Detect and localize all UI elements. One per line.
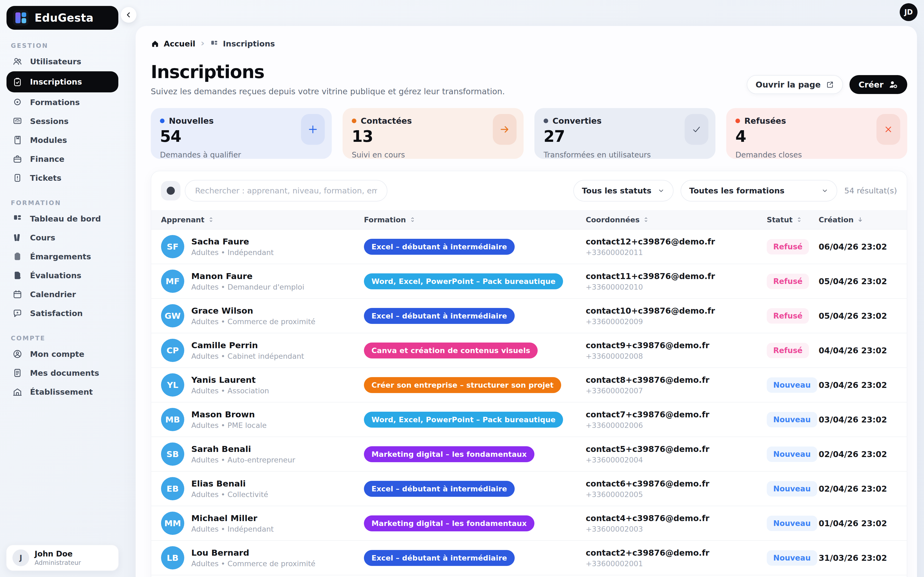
- app-logo-icon: [13, 10, 29, 26]
- status-badge: Nouveau: [767, 446, 817, 462]
- book-icon: [13, 135, 23, 145]
- breadcrumb-home[interactable]: Accueil: [151, 39, 195, 48]
- app-logo[interactable]: EduGesta: [6, 6, 118, 30]
- stat-card-refusees[interactable]: Refusées 4 Demandes closes: [726, 108, 907, 159]
- sidebar-item-label: Satisfaction: [30, 309, 83, 318]
- table-row[interactable]: YL Yanis Laurent Adultes • Association C…: [151, 367, 907, 402]
- column-header-coordonnees[interactable]: Coordonnées: [586, 216, 767, 224]
- learner-name: Mason Brown: [191, 409, 267, 419]
- sidebar-item-finance[interactable]: Finance: [6, 150, 118, 168]
- column-header-statut[interactable]: Statut: [767, 216, 819, 224]
- sidebar-item-label: Tickets: [30, 173, 61, 183]
- column-header-creation[interactable]: Création: [819, 216, 907, 224]
- learner-avatar: CP: [161, 339, 184, 362]
- sort-icon: [208, 216, 214, 223]
- sidebar-item-label: Établissement: [30, 387, 93, 396]
- table-row[interactable]: MM Michael Miller Adultes • Indépendant …: [151, 506, 907, 540]
- contact-phone: +33600002007: [586, 387, 767, 395]
- learner-name: Lou Bernard: [191, 548, 315, 558]
- sidebar-item-sessions[interactable]: Sessions: [6, 112, 118, 130]
- sidebar-item-calendrier[interactable]: Calendrier: [6, 285, 118, 303]
- user-name: John Doe: [35, 550, 81, 558]
- user-circle-icon: [13, 349, 23, 359]
- search-input[interactable]: [185, 180, 387, 201]
- stat-card-nouvelles[interactable]: Nouvelles 54 Demandes à qualifier: [151, 108, 332, 159]
- formation-badge: Excel – débutant à intermédiaire: [364, 239, 515, 255]
- sidebar-item-emargements[interactable]: Émargements: [6, 247, 118, 266]
- stat-label: Refusées: [744, 116, 786, 126]
- stat-action-button[interactable]: [493, 114, 516, 145]
- sidebar-item-inscriptions[interactable]: Inscriptions: [6, 71, 118, 92]
- status-filter-select[interactable]: Tous les statuts: [573, 180, 674, 201]
- sidebar-user-card[interactable]: J John Doe Administrateur: [6, 545, 119, 571]
- creation-date: 03/04/26 23:02: [819, 415, 907, 424]
- stat-action-button[interactable]: [876, 114, 900, 145]
- stat-value: 4: [735, 127, 898, 146]
- stat-caption: Transformées en utilisateurs: [543, 150, 706, 160]
- external-link-icon: [826, 80, 834, 89]
- contact-phone: +33600002001: [586, 559, 767, 568]
- contact-email: contact5+c39876@demo.fr: [586, 444, 767, 454]
- sidebar-item-cours[interactable]: Cours: [6, 229, 118, 247]
- nav-section-label-compte: COMPTE: [11, 335, 114, 342]
- learner-avatar: SB: [161, 442, 184, 466]
- sidebar-item-label: Tableau de bord: [30, 214, 101, 223]
- sidebar-item-satisfaction[interactable]: Satisfaction: [6, 304, 118, 322]
- sidebar-item-etablissement[interactable]: Établissement: [6, 383, 118, 401]
- table-row[interactable]: MB Mason Brown Adultes • PME locale Word…: [151, 402, 907, 437]
- sidebar-item-label: Inscriptions: [30, 77, 82, 87]
- sidebar-item-tickets[interactable]: Tickets: [6, 169, 118, 187]
- table-row[interactable]: EB Elias Benali Adultes • Collectivité E…: [151, 471, 907, 506]
- sidebar-item-utilisateurs[interactable]: Utilisateurs: [6, 52, 118, 71]
- learner-avatar: YL: [161, 373, 184, 396]
- learner-avatar: LB: [161, 546, 184, 569]
- breadcrumb: Accueil › Inscriptions: [151, 38, 907, 50]
- filter-toggle-button[interactable]: [161, 181, 181, 200]
- learner-profile: Adultes • Indépendant: [191, 525, 274, 533]
- dashboard-icon: [13, 214, 23, 224]
- sidebar-item-evaluations[interactable]: Évaluations: [6, 266, 118, 284]
- sidebar-item-formations[interactable]: Formations: [6, 93, 118, 111]
- contact-phone: +33600002008: [586, 352, 767, 360]
- formation-badge: Canva et création de contenus visuels: [364, 343, 538, 358]
- sidebar-item-mon-compte[interactable]: Mon compte: [6, 345, 118, 363]
- sidebar-nav: GESTIONUtilisateursInscriptionsFormation…: [6, 42, 118, 401]
- table-row[interactable]: CP Camille Perrin Adultes • Cabinet indé…: [151, 333, 907, 367]
- formation-filter-select[interactable]: Toutes les formations: [681, 180, 837, 201]
- table-row[interactable]: SF Sacha Faure Adultes • Indépendant Exc…: [151, 229, 907, 264]
- header-avatar[interactable]: JD: [900, 3, 918, 21]
- person-add-icon: [889, 80, 898, 89]
- app-name: EduGesta: [35, 11, 94, 24]
- stat-action-button[interactable]: [685, 114, 708, 145]
- x-icon: [882, 123, 894, 135]
- contact-phone: +33600002004: [586, 456, 767, 464]
- column-header-apprenant[interactable]: Apprenant: [161, 216, 364, 224]
- learner-name: Camille Perrin: [191, 340, 304, 350]
- sidebar-item-modules[interactable]: Modules: [6, 131, 118, 149]
- table-row[interactable]: MF Manon Faure Adultes • Demandeur d'emp…: [151, 264, 907, 298]
- formation-badge: Excel – débutant à intermédiaire: [364, 550, 515, 566]
- ticket-icon: [13, 173, 23, 183]
- sidebar-item-label: Calendrier: [30, 290, 76, 299]
- table-row[interactable]: SB Sarah Benali Adultes • Auto-entrepren…: [151, 437, 907, 471]
- sidebar-item-tableau-de-bord[interactable]: Tableau de bord: [6, 210, 118, 228]
- contact-phone: +33600002006: [586, 421, 767, 430]
- learner-profile: Adultes • Commerce de proximité: [191, 318, 315, 326]
- learner-name: Sarah Benali: [191, 444, 295, 454]
- status-badge: Refusé: [767, 274, 809, 289]
- table-row[interactable]: LB Lou Bernard Adultes • Commerce de pro…: [151, 540, 907, 575]
- open-page-button[interactable]: Ouvrir la page: [747, 75, 843, 94]
- sidebar-collapse-button[interactable]: [121, 7, 136, 23]
- page-title: Inscriptions: [151, 61, 505, 82]
- column-header-formation[interactable]: Formation: [364, 216, 586, 224]
- sidebar-item-label: Sessions: [30, 117, 69, 126]
- stat-action-button[interactable]: [301, 114, 325, 145]
- stat-label: Nouvelles: [169, 116, 214, 126]
- stat-card-converties[interactable]: Converties 27 Transformées en utilisateu…: [534, 108, 716, 159]
- stat-card-contactees[interactable]: Contactées 13 Suivi en cours: [343, 108, 524, 159]
- table-row[interactable]: GW Grace Wilson Adultes • Commerce de pr…: [151, 298, 907, 333]
- formation-badge: Excel – débutant à intermédiaire: [364, 308, 515, 324]
- sidebar-item-mes-documents[interactable]: Mes documents: [6, 364, 118, 382]
- create-button[interactable]: Créer: [850, 75, 907, 94]
- user-role: Administrateur: [35, 559, 81, 566]
